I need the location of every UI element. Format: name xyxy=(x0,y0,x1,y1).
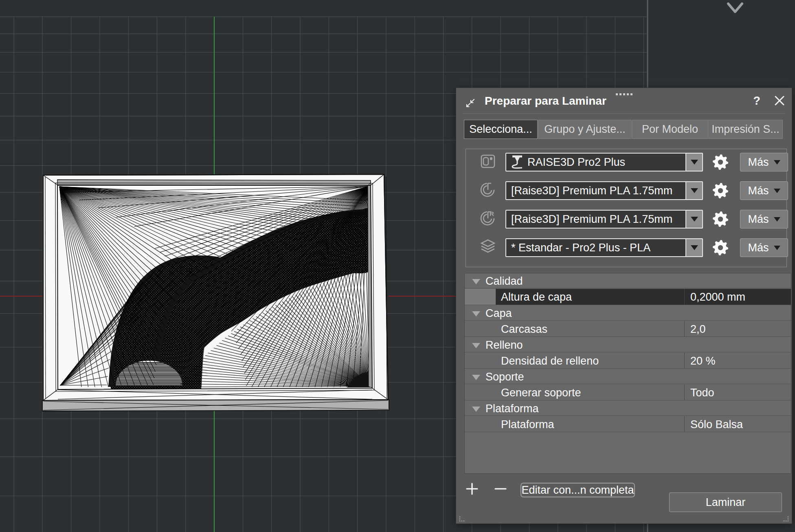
group-collapse-triangle[interactable] xyxy=(472,343,480,348)
app-window: Preparar para Laminar ? Selecciona...Gru… xyxy=(0,0,795,532)
mas-button-2[interactable]: Más xyxy=(740,210,788,229)
close-icon[interactable] xyxy=(772,94,787,108)
combo-dropdown-arrow[interactable] xyxy=(685,154,702,171)
row-select-margin xyxy=(465,289,496,305)
triangle-down-icon xyxy=(691,188,698,193)
combo-value: * Estandar - Pro2 Plus - PLA xyxy=(506,239,685,256)
tab-bar: Selecciona...Grupo y Ajuste...Por Modelo… xyxy=(464,120,784,140)
combo-0[interactable]: RAISE3D Pro2 Plus xyxy=(505,153,703,171)
titlebar-separator xyxy=(463,113,785,114)
gear-icon[interactable] xyxy=(712,154,729,170)
settings-item-carcasas[interactable]: Carcasas2,0 xyxy=(465,321,791,337)
mas-button-1[interactable]: Más xyxy=(740,181,788,200)
column-divider xyxy=(684,321,685,336)
setting-value[interactable]: 20 % xyxy=(690,353,716,369)
group-collapse-triangle[interactable] xyxy=(472,279,480,284)
tab-por-modelo[interactable]: Por Modelo xyxy=(632,120,708,139)
mas-button-0[interactable]: Más xyxy=(740,153,788,171)
setting-value[interactable]: 0,2000 mm xyxy=(690,289,745,305)
triangle-down-icon xyxy=(774,246,780,250)
dialog-titlebar[interactable]: Preparar para Laminar ? xyxy=(456,88,792,113)
column-divider xyxy=(684,353,685,368)
combo-row-0: RAISE3D Pro2 PlusMás xyxy=(466,153,786,171)
gear-icon[interactable] xyxy=(712,211,729,227)
tab-label: Impresión S... xyxy=(712,123,780,136)
tab-label: Por Modelo xyxy=(642,123,698,136)
help-button[interactable]: ? xyxy=(750,94,763,108)
gear-icon[interactable] xyxy=(712,182,729,199)
group-label: Calidad xyxy=(485,273,523,289)
drag-handle-dots[interactable] xyxy=(616,93,634,96)
combo-value: [Raise3D] Premium PLA 1.75mm xyxy=(506,182,685,199)
settings-item-generar-soporte[interactable]: Generar soporteTodo xyxy=(465,385,791,400)
triangle-down-icon xyxy=(774,217,780,222)
settings-group-calidad[interactable]: Calidad xyxy=(465,273,791,288)
edit-full-config-button[interactable]: Editar con...n completa xyxy=(520,483,635,497)
settings-group-plataforma[interactable]: Plataforma xyxy=(465,401,791,416)
combo-2[interactable]: [Raise3D] Premium PLA 1.75mm xyxy=(505,210,703,229)
svg-text:R: R xyxy=(490,210,494,217)
mas-button-label: Más xyxy=(748,156,769,169)
group-label: Plataforma xyxy=(485,401,539,416)
triangle-down-icon xyxy=(774,189,780,193)
settings-item-altura-de-capa[interactable]: Altura de capa0,2000 mm xyxy=(465,289,791,305)
group-collapse-triangle[interactable] xyxy=(472,375,480,380)
combo-dropdown-arrow[interactable] xyxy=(685,211,702,228)
column-divider xyxy=(684,289,685,305)
setting-value[interactable]: Todo xyxy=(690,385,714,401)
nozzle-left-icon-holder xyxy=(479,180,497,200)
resize-grip-right[interactable] xyxy=(783,516,789,522)
triangle-down-icon xyxy=(774,160,780,165)
setting-label: Altura de capa xyxy=(501,289,572,305)
combo-3[interactable]: * Estandar - Pro2 Plus - PLA xyxy=(505,238,703,257)
settings-item-plataforma[interactable]: PlataformaSólo Balsa xyxy=(465,416,791,432)
add-setting-button[interactable] xyxy=(466,482,478,495)
triangle-down-icon xyxy=(691,245,698,250)
nozzle-right-icon: R xyxy=(479,209,497,229)
layers-icon xyxy=(479,237,497,257)
collapse-icon[interactable] xyxy=(465,98,476,108)
layers-icon-holder xyxy=(479,237,497,257)
tab-selecciona[interactable]: Selecciona... xyxy=(464,120,538,139)
mas-button-label: Más xyxy=(748,213,769,226)
combo-dropdown-arrow[interactable] xyxy=(685,182,702,199)
setting-label: Carcasas xyxy=(501,321,547,337)
settings-item-densidad-de-relleno[interactable]: Densidad de relleno20 % xyxy=(465,353,791,369)
slice-button[interactable]: Laminar xyxy=(669,492,782,512)
model-3d-preview[interactable] xyxy=(42,174,389,411)
settings-table: CalidadAltura de capa0,2000 mmCapaCarcas… xyxy=(464,273,791,474)
mas-button-label: Más xyxy=(748,185,769,197)
nozzle-right-icon-holder: R xyxy=(479,209,497,229)
column-divider xyxy=(684,416,685,432)
settings-group-relleno[interactable]: Relleno xyxy=(465,337,791,352)
column-divider xyxy=(684,385,685,400)
setting-label: Densidad de relleno xyxy=(501,353,599,369)
group-label: Capa xyxy=(485,306,512,321)
settings-group-capa[interactable]: Capa xyxy=(465,306,791,321)
setting-value[interactable]: 2,0 xyxy=(690,321,706,337)
setting-value[interactable]: Sólo Balsa xyxy=(690,416,743,433)
mas-button-3[interactable]: Más xyxy=(740,238,788,257)
combo-row-2: R[Raise3D] Premium PLA 1.75mmMás xyxy=(466,210,786,229)
tab-grupo-y-ajuste[interactable]: Grupo y Ajuste... xyxy=(538,120,632,139)
printer-glyph xyxy=(510,154,524,170)
group-label: Soporte xyxy=(485,369,524,385)
settings-group-soporte[interactable]: Soporte xyxy=(465,369,791,384)
prepare-to-slice-dialog: Preparar para Laminar ? Selecciona...Gru… xyxy=(456,88,792,523)
tab-impresi-n-s[interactable]: Impresión S... xyxy=(708,120,783,139)
tab-label: Selecciona... xyxy=(469,123,532,136)
combo-dropdown-arrow[interactable] xyxy=(685,239,702,256)
setting-label: Generar soporte xyxy=(501,385,581,401)
combo-value: RAISE3D Pro2 Plus xyxy=(524,154,685,171)
resize-grip-left[interactable] xyxy=(459,516,465,522)
combo-1[interactable]: [Raise3D] Premium PLA 1.75mm xyxy=(505,181,703,200)
remove-setting-button[interactable] xyxy=(494,482,507,495)
triangle-down-icon xyxy=(691,160,698,165)
mas-button-label: Más xyxy=(748,242,769,254)
group-collapse-triangle[interactable] xyxy=(472,311,480,317)
dialog-title: Preparar para Laminar xyxy=(485,95,606,108)
combo-row-3: * Estandar - Pro2 Plus - PLAMás xyxy=(466,238,786,257)
gear-icon[interactable] xyxy=(712,240,729,256)
combo-value: [Raise3D] Premium PLA 1.75mm xyxy=(506,211,685,228)
group-collapse-triangle[interactable] xyxy=(472,407,480,412)
